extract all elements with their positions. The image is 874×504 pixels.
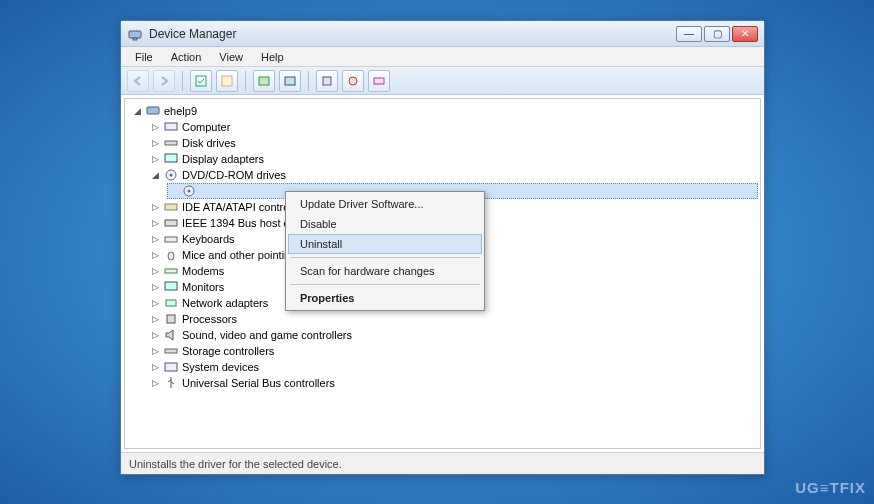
ieee-icon: [163, 215, 179, 231]
tree-item-storage[interactable]: ▷Storage controllers: [149, 343, 758, 359]
tree-item-dvd[interactable]: ◢DVD/CD-ROM drives: [149, 167, 758, 183]
expand-icon[interactable]: ▷: [151, 331, 160, 340]
tree-item-sound[interactable]: ▷Sound, video and game controllers: [149, 327, 758, 343]
expand-icon[interactable]: ▷: [151, 251, 160, 260]
usb-icon: [163, 375, 179, 391]
toolbar-button-6[interactable]: [279, 70, 301, 92]
tree-root[interactable]: ◢ ehelp9: [131, 103, 758, 119]
tree-label: Universal Serial Bus controllers: [182, 375, 335, 391]
sound-icon: [163, 327, 179, 343]
svg-point-7: [349, 77, 357, 85]
tree-item-computer[interactable]: ▷Computer: [149, 119, 758, 135]
tree-pane[interactable]: ◢ ehelp9 ▷Computer ▷Disk drives ▷Display…: [124, 98, 761, 449]
svg-rect-0: [129, 31, 141, 38]
expand-icon[interactable]: ▷: [151, 219, 160, 228]
context-menu-scan[interactable]: Scan for hardware changes: [288, 261, 482, 281]
menu-help[interactable]: Help: [253, 49, 292, 65]
tree-label: Keyboards: [182, 231, 235, 247]
disk-icon: [163, 135, 179, 151]
toolbar-button-7[interactable]: [316, 70, 338, 92]
system-icon: [163, 359, 179, 375]
toolbar-separator: [308, 71, 309, 91]
context-menu-uninstall[interactable]: Uninstall: [288, 234, 482, 254]
expand-icon[interactable]: ▷: [151, 139, 160, 148]
tree-label: IDE ATA/ATAPI controll: [182, 199, 294, 215]
toolbar-button-9[interactable]: [368, 70, 390, 92]
statusbar: Uninstalls the driver for the selected d…: [121, 452, 764, 474]
svg-rect-4: [259, 77, 269, 85]
tree-label: Modems: [182, 263, 224, 279]
expand-icon[interactable]: ▷: [151, 235, 160, 244]
maximize-button[interactable]: ▢: [704, 26, 730, 42]
dvd-icon: [163, 167, 179, 183]
collapse-icon[interactable]: ◢: [133, 107, 142, 116]
toolbar-separator: [182, 71, 183, 91]
menu-action[interactable]: Action: [163, 49, 210, 65]
app-icon: [127, 26, 143, 42]
svg-point-20: [168, 252, 174, 260]
watermark: UG≡TFIX: [795, 479, 866, 496]
svg-rect-24: [167, 315, 175, 323]
tree-label: Mice and other pointing: [182, 247, 296, 263]
tree-root-label: ehelp9: [164, 103, 197, 119]
tree-item-usb[interactable]: ▷Universal Serial Bus controllers: [149, 375, 758, 391]
expand-icon[interactable]: ▷: [151, 315, 160, 324]
context-menu: Update Driver Software... Disable Uninst…: [285, 191, 485, 311]
expand-icon[interactable]: ▷: [151, 267, 160, 276]
expand-icon[interactable]: ▷: [151, 363, 160, 372]
svg-rect-26: [165, 363, 177, 371]
collapse-icon[interactable]: ◢: [151, 171, 160, 180]
expand-icon[interactable]: ▷: [151, 347, 160, 356]
svg-rect-3: [222, 76, 232, 86]
context-menu-disable[interactable]: Disable: [288, 214, 482, 234]
svg-rect-23: [166, 300, 176, 306]
processor-icon: [163, 311, 179, 327]
tree-item-processors[interactable]: ▷Processors: [149, 311, 758, 327]
menubar: File Action View Help: [121, 47, 764, 67]
svg-rect-1: [133, 38, 137, 40]
window-title: Device Manager: [149, 27, 676, 41]
tree-item-disk[interactable]: ▷Disk drives: [149, 135, 758, 151]
menu-file[interactable]: File: [127, 49, 161, 65]
window-buttons: — ▢ ✕: [676, 26, 758, 42]
svg-rect-12: [165, 154, 177, 162]
svg-rect-9: [147, 107, 159, 114]
close-button[interactable]: ✕: [732, 26, 758, 42]
svg-point-14: [170, 174, 173, 177]
svg-rect-10: [165, 123, 177, 130]
toolbar-button-4[interactable]: [216, 70, 238, 92]
svg-point-16: [188, 190, 191, 193]
modem-icon: [163, 263, 179, 279]
minimize-button[interactable]: —: [676, 26, 702, 42]
tree-label: Processors: [182, 311, 237, 327]
expand-icon[interactable]: ▷: [151, 299, 160, 308]
computer-icon: [163, 119, 179, 135]
menu-view[interactable]: View: [211, 49, 251, 65]
computer-icon: [145, 103, 161, 119]
tree-item-display[interactable]: ▷Display adapters: [149, 151, 758, 167]
context-menu-properties[interactable]: Properties: [288, 288, 482, 308]
tree-label: Computer: [182, 119, 230, 135]
toolbar-button-5[interactable]: [253, 70, 275, 92]
svg-rect-25: [165, 349, 177, 353]
svg-rect-21: [165, 269, 177, 273]
toolbar-button-8[interactable]: [342, 70, 364, 92]
dvd-icon: [181, 183, 197, 199]
context-menu-update[interactable]: Update Driver Software...: [288, 194, 482, 214]
svg-rect-2: [196, 76, 206, 86]
toolbar-forward-button[interactable]: [153, 70, 175, 92]
expand-icon[interactable]: ▷: [151, 283, 160, 292]
titlebar[interactable]: Device Manager — ▢ ✕: [121, 21, 764, 47]
expand-icon[interactable]: ▷: [151, 123, 160, 132]
device-manager-window: Device Manager — ▢ ✕ File Action View He…: [120, 20, 765, 475]
toolbar-button-3[interactable]: [190, 70, 212, 92]
tree-item-system[interactable]: ▷System devices: [149, 359, 758, 375]
expand-icon[interactable]: ▷: [151, 379, 160, 388]
expand-icon[interactable]: ▷: [151, 155, 160, 164]
display-icon: [163, 151, 179, 167]
toolbar-back-button[interactable]: [127, 70, 149, 92]
ide-icon: [163, 199, 179, 215]
statusbar-text: Uninstalls the driver for the selected d…: [129, 458, 342, 470]
toolbar-separator: [245, 71, 246, 91]
expand-icon[interactable]: ▷: [151, 203, 160, 212]
